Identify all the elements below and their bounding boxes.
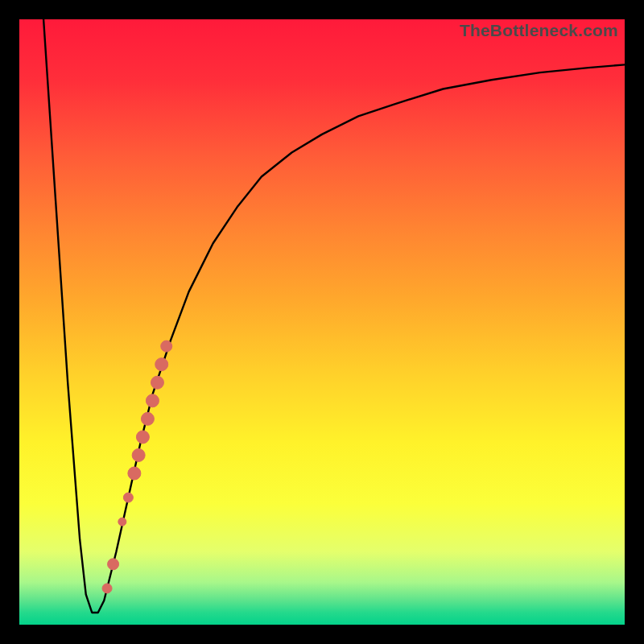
plot-area: TheBottleneck.com (19, 19, 625, 625)
curve-marker (102, 584, 112, 593)
curve-marker (132, 448, 145, 461)
curve-marker (151, 376, 163, 389)
curve-marker (128, 467, 141, 480)
bottleneck-curve (43, 19, 625, 613)
curve-marker (108, 559, 119, 570)
curve-marker (141, 412, 154, 425)
curve-marker (161, 341, 172, 352)
curve-marker (118, 518, 126, 526)
curve-marker (123, 493, 133, 502)
curve-marker (155, 358, 168, 371)
chart-svg (19, 19, 625, 625)
curve-markers (102, 341, 172, 593)
curve-marker (146, 394, 159, 407)
curve-marker (136, 431, 149, 444)
chart-frame: TheBottleneck.com (0, 0, 644, 644)
